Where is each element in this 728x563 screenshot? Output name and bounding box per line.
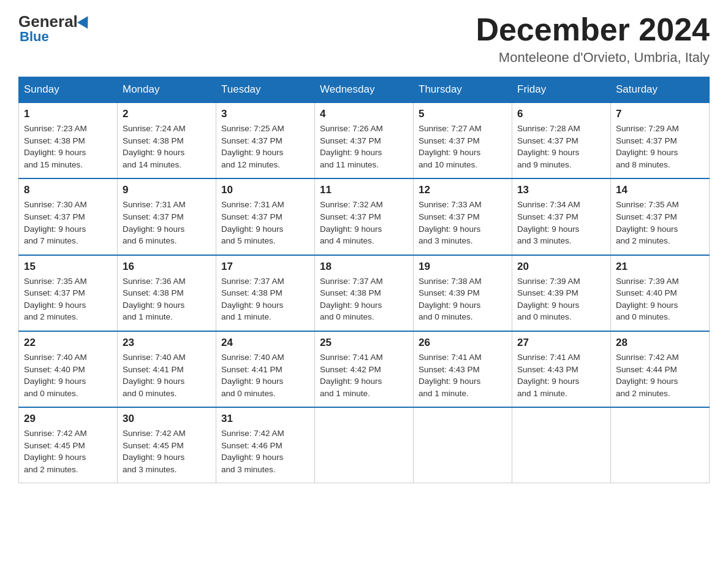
calendar-day-cell: 7Sunrise: 7:29 AMSunset: 4:37 PMDaylight…: [611, 102, 710, 178]
calendar-week-row: 22Sunrise: 7:40 AMSunset: 4:40 PMDayligh…: [19, 331, 710, 407]
calendar-day-cell: 10Sunrise: 7:31 AMSunset: 4:37 PMDayligh…: [216, 178, 315, 255]
location-title: Monteleone d'Orvieto, Umbria, Italy: [476, 50, 710, 66]
day-info: Sunrise: 7:32 AMSunset: 4:37 PMDaylight:…: [320, 199, 408, 247]
calendar-day-cell: 6Sunrise: 7:28 AMSunset: 4:37 PMDaylight…: [512, 102, 611, 178]
day-number: 6: [517, 108, 605, 120]
day-info: Sunrise: 7:31 AMSunset: 4:37 PMDaylight:…: [123, 199, 211, 247]
calendar-day-cell: 25Sunrise: 7:41 AMSunset: 4:42 PMDayligh…: [315, 331, 414, 407]
calendar-day-cell: 22Sunrise: 7:40 AMSunset: 4:40 PMDayligh…: [19, 331, 118, 407]
calendar-day-cell: 4Sunrise: 7:26 AMSunset: 4:37 PMDaylight…: [315, 102, 414, 178]
day-number: 13: [517, 184, 605, 196]
calendar-day-cell: 31Sunrise: 7:42 AMSunset: 4:46 PMDayligh…: [216, 407, 315, 483]
calendar-day-cell: 14Sunrise: 7:35 AMSunset: 4:37 PMDayligh…: [611, 178, 710, 255]
day-number: 8: [24, 184, 112, 196]
day-number: 24: [221, 337, 309, 349]
day-info: Sunrise: 7:39 AMSunset: 4:40 PMDaylight:…: [616, 275, 704, 323]
day-number: 10: [221, 184, 309, 196]
day-info: Sunrise: 7:30 AMSunset: 4:37 PMDaylight:…: [24, 199, 112, 247]
day-info: Sunrise: 7:23 AMSunset: 4:38 PMDaylight:…: [24, 123, 112, 170]
day-number: 23: [123, 337, 211, 349]
calendar-day-cell: 23Sunrise: 7:40 AMSunset: 4:41 PMDayligh…: [118, 331, 216, 407]
logo: General Blue: [18, 12, 91, 45]
day-number: 2: [123, 108, 211, 120]
day-number: 14: [616, 184, 704, 196]
day-number: 27: [517, 337, 605, 349]
day-info: Sunrise: 7:34 AMSunset: 4:37 PMDaylight:…: [517, 199, 605, 247]
day-number: 5: [419, 108, 507, 120]
day-number: 28: [616, 337, 704, 349]
day-info: Sunrise: 7:31 AMSunset: 4:37 PMDaylight:…: [221, 199, 309, 247]
day-info: Sunrise: 7:27 AMSunset: 4:37 PMDaylight:…: [419, 123, 507, 170]
calendar-day-cell: 3Sunrise: 7:25 AMSunset: 4:37 PMDaylight…: [216, 102, 315, 178]
calendar-day-cell: 30Sunrise: 7:42 AMSunset: 4:45 PMDayligh…: [118, 407, 216, 483]
day-number: 25: [320, 337, 408, 349]
day-number: 3: [221, 108, 309, 120]
month-title: December 2024: [476, 12, 710, 47]
calendar-week-row: 8Sunrise: 7:30 AMSunset: 4:37 PMDaylight…: [19, 178, 710, 255]
day-info: Sunrise: 7:29 AMSunset: 4:37 PMDaylight:…: [616, 123, 704, 170]
day-number: 20: [517, 261, 605, 273]
calendar-table: SundayMondayTuesdayWednesdayThursdayFrid…: [18, 77, 710, 483]
calendar-day-cell: 12Sunrise: 7:33 AMSunset: 4:37 PMDayligh…: [414, 178, 512, 255]
day-info: Sunrise: 7:39 AMSunset: 4:39 PMDaylight:…: [517, 275, 605, 323]
calendar-day-cell: 26Sunrise: 7:41 AMSunset: 4:43 PMDayligh…: [414, 331, 512, 407]
calendar-day-cell: 29Sunrise: 7:42 AMSunset: 4:45 PMDayligh…: [19, 407, 118, 483]
calendar-day-cell: 1Sunrise: 7:23 AMSunset: 4:38 PMDaylight…: [19, 102, 118, 178]
day-number: 4: [320, 108, 408, 120]
day-info: Sunrise: 7:35 AMSunset: 4:37 PMDaylight:…: [24, 275, 112, 323]
day-number: 12: [419, 184, 507, 196]
day-number: 9: [123, 184, 211, 196]
day-info: Sunrise: 7:25 AMSunset: 4:37 PMDaylight:…: [221, 123, 309, 170]
page-header: General Blue December 2024 Monteleone d'…: [18, 12, 710, 66]
calendar-week-row: 15Sunrise: 7:35 AMSunset: 4:37 PMDayligh…: [19, 255, 710, 331]
day-info: Sunrise: 7:38 AMSunset: 4:39 PMDaylight:…: [419, 275, 507, 323]
day-number: 29: [24, 413, 112, 425]
calendar-day-cell: [414, 407, 512, 483]
day-info: Sunrise: 7:40 AMSunset: 4:41 PMDaylight:…: [221, 351, 309, 399]
weekday-header: Friday: [512, 77, 611, 103]
calendar-day-cell: 15Sunrise: 7:35 AMSunset: 4:37 PMDayligh…: [19, 255, 118, 331]
calendar-day-cell: 20Sunrise: 7:39 AMSunset: 4:39 PMDayligh…: [512, 255, 611, 331]
day-info: Sunrise: 7:41 AMSunset: 4:43 PMDaylight:…: [419, 351, 507, 399]
day-info: Sunrise: 7:42 AMSunset: 4:45 PMDaylight:…: [24, 427, 112, 475]
day-number: 17: [221, 261, 309, 273]
day-number: 22: [24, 337, 112, 349]
day-info: Sunrise: 7:41 AMSunset: 4:42 PMDaylight:…: [320, 351, 408, 399]
weekday-header: Monday: [118, 77, 216, 103]
logo-triangle-icon: [77, 13, 93, 29]
weekday-header: Saturday: [611, 77, 710, 103]
weekday-header: Thursday: [414, 77, 512, 103]
day-number: 21: [616, 261, 704, 273]
calendar-day-cell: 11Sunrise: 7:32 AMSunset: 4:37 PMDayligh…: [315, 178, 414, 255]
calendar-week-row: 29Sunrise: 7:42 AMSunset: 4:45 PMDayligh…: [19, 407, 710, 483]
calendar-header-row: SundayMondayTuesdayWednesdayThursdayFrid…: [19, 77, 710, 103]
day-info: Sunrise: 7:40 AMSunset: 4:40 PMDaylight:…: [24, 351, 112, 399]
calendar-day-cell: [512, 407, 611, 483]
day-info: Sunrise: 7:26 AMSunset: 4:37 PMDaylight:…: [320, 123, 408, 170]
logo-blue-text: Blue: [20, 29, 49, 45]
weekday-header: Sunday: [19, 77, 118, 103]
calendar-day-cell: 24Sunrise: 7:40 AMSunset: 4:41 PMDayligh…: [216, 331, 315, 407]
calendar-week-row: 1Sunrise: 7:23 AMSunset: 4:38 PMDaylight…: [19, 102, 710, 178]
calendar-day-cell: 5Sunrise: 7:27 AMSunset: 4:37 PMDaylight…: [414, 102, 512, 178]
calendar-day-cell: 17Sunrise: 7:37 AMSunset: 4:38 PMDayligh…: [216, 255, 315, 331]
weekday-header: Wednesday: [315, 77, 414, 103]
day-info: Sunrise: 7:37 AMSunset: 4:38 PMDaylight:…: [320, 275, 408, 323]
day-info: Sunrise: 7:42 AMSunset: 4:45 PMDaylight:…: [123, 427, 211, 475]
weekday-header: Tuesday: [216, 77, 315, 103]
day-number: 15: [24, 261, 112, 273]
calendar-day-cell: 8Sunrise: 7:30 AMSunset: 4:37 PMDaylight…: [19, 178, 118, 255]
day-info: Sunrise: 7:24 AMSunset: 4:38 PMDaylight:…: [123, 123, 211, 170]
calendar-day-cell: 19Sunrise: 7:38 AMSunset: 4:39 PMDayligh…: [414, 255, 512, 331]
day-number: 30: [123, 413, 211, 425]
day-number: 31: [221, 413, 309, 425]
day-info: Sunrise: 7:41 AMSunset: 4:43 PMDaylight:…: [517, 351, 605, 399]
day-info: Sunrise: 7:35 AMSunset: 4:37 PMDaylight:…: [616, 199, 704, 247]
day-number: 19: [419, 261, 507, 273]
day-info: Sunrise: 7:33 AMSunset: 4:37 PMDaylight:…: [419, 199, 507, 247]
day-info: Sunrise: 7:42 AMSunset: 4:46 PMDaylight:…: [221, 427, 309, 475]
calendar-day-cell: 27Sunrise: 7:41 AMSunset: 4:43 PMDayligh…: [512, 331, 611, 407]
calendar-day-cell: 16Sunrise: 7:36 AMSunset: 4:38 PMDayligh…: [118, 255, 216, 331]
day-number: 16: [123, 261, 211, 273]
day-info: Sunrise: 7:40 AMSunset: 4:41 PMDaylight:…: [123, 351, 211, 399]
